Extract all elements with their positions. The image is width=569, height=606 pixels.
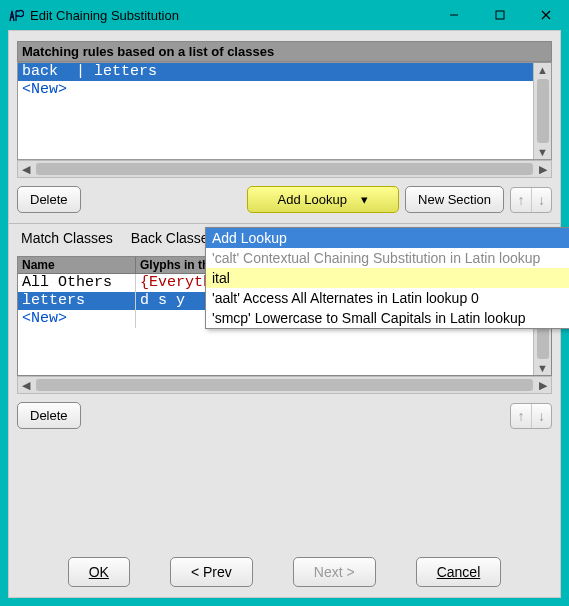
scroll-right-icon[interactable]: ▶: [535, 379, 551, 392]
titlebar: Edit Chaining Substitution: [0, 0, 569, 30]
scroll-left-icon[interactable]: ◀: [18, 379, 34, 392]
menu-header: Add Lookup: [206, 228, 569, 248]
add-lookup-dropdown-button[interactable]: Add Lookup ▾: [247, 186, 399, 213]
move-up-button[interactable]: ↑: [511, 404, 531, 428]
scroll-thumb[interactable]: [537, 79, 549, 143]
rule-row[interactable]: <New>: [18, 81, 533, 99]
cancel-button[interactable]: Cancel: [416, 557, 502, 587]
delete-class-button[interactable]: Delete: [17, 402, 81, 429]
next-button[interactable]: Next >: [293, 557, 376, 587]
scroll-thumb[interactable]: [36, 379, 533, 391]
rules-listbox[interactable]: back | letters<New> ▲ ▼: [17, 62, 552, 160]
menu-item[interactable]: 'aalt' Access All Alternates in Latin lo…: [206, 288, 569, 308]
app-icon: [8, 7, 24, 23]
scroll-up-icon[interactable]: ▲: [537, 63, 548, 77]
column-name: Name: [18, 257, 136, 273]
move-down-button[interactable]: ↓: [531, 404, 551, 428]
svg-rect-1: [496, 11, 504, 19]
window-title: Edit Chaining Substitution: [30, 8, 431, 23]
scroll-down-icon[interactable]: ▼: [537, 145, 548, 159]
divider: [9, 223, 560, 224]
menu-item[interactable]: 'smcp' Lowercase to Small Capitals in La…: [206, 308, 569, 328]
table-horizontal-scrollbar[interactable]: ◀ ▶: [17, 376, 552, 394]
new-section-button[interactable]: New Section: [405, 186, 504, 213]
scroll-right-icon[interactable]: ▶: [535, 163, 551, 176]
add-lookup-menu: Add Lookup 'calt' Contextual Chaining Su…: [205, 227, 569, 329]
ok-button[interactable]: OK: [68, 557, 130, 587]
dialog-footer: OK < Prev Next > Cancel: [9, 557, 560, 587]
scroll-down-icon[interactable]: ▼: [537, 361, 548, 375]
rules-vertical-scrollbar[interactable]: ▲ ▼: [533, 63, 551, 159]
move-down-button[interactable]: ↓: [531, 188, 551, 212]
menu-item: 'calt' Contextual Chaining Substitution …: [206, 248, 569, 268]
tab-match-classes[interactable]: Match Classes: [21, 230, 113, 248]
rules-section-label: Matching rules based on a list of classe…: [17, 41, 552, 62]
rule-row[interactable]: back | letters: [18, 63, 533, 81]
close-button[interactable]: [523, 0, 569, 30]
prev-button[interactable]: < Prev: [170, 557, 253, 587]
maximize-button[interactable]: [477, 0, 523, 30]
scroll-thumb[interactable]: [36, 163, 533, 175]
minimize-button[interactable]: [431, 0, 477, 30]
delete-rule-button[interactable]: Delete: [17, 186, 81, 213]
class-order-arrows: ↑ ↓: [510, 403, 552, 429]
tab-back-classes[interactable]: Back Classes: [131, 230, 216, 248]
move-up-button[interactable]: ↑: [511, 188, 531, 212]
scroll-left-icon[interactable]: ◀: [18, 163, 34, 176]
rules-horizontal-scrollbar[interactable]: ◀ ▶: [17, 160, 552, 178]
order-arrows: ↑ ↓: [510, 187, 552, 213]
add-lookup-label: Add Lookup: [278, 192, 347, 207]
chevron-down-icon: ▾: [361, 192, 368, 207]
menu-item[interactable]: ital: [206, 268, 569, 288]
